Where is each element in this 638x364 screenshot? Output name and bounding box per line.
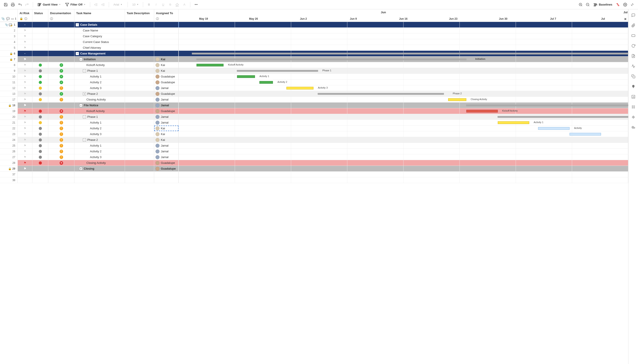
- activity-log-icon[interactable]: [631, 64, 636, 69]
- gantt-bar[interactable]: [197, 58, 466, 60]
- gantt-cell[interactable]: Activity 2: [179, 80, 628, 85]
- assigned-to-cell[interactable]: Kai: [154, 131, 179, 137]
- gantt-bar[interactable]: [259, 81, 273, 84]
- task-name-cell[interactable]: [75, 177, 125, 183]
- task-description-cell[interactable]: [125, 22, 154, 28]
- gantt-cell[interactable]: [179, 172, 628, 177]
- task-name-cell[interactable]: Activity 3: [75, 85, 125, 91]
- documentation-cell[interactable]: [48, 166, 75, 171]
- task-name-cell[interactable]: Activity 3: [75, 131, 125, 137]
- task-name-cell[interactable]: −Phase 1: [75, 68, 125, 74]
- indent-button[interactable]: [100, 2, 106, 8]
- documentation-cell[interactable]: ✓: [48, 62, 75, 68]
- task-description-cell[interactable]: [125, 126, 154, 131]
- grid-row[interactable]: 22⚑!Activity 2KaiActivity: [0, 126, 628, 131]
- documentation-cell[interactable]: !: [48, 85, 75, 91]
- gantt-cell[interactable]: [179, 177, 628, 183]
- toggle-icon[interactable]: −: [83, 138, 86, 142]
- status-cell[interactable]: [32, 97, 48, 102]
- assigned-to-cell[interactable]: [154, 172, 179, 177]
- text-color-button[interactable]: A: [181, 2, 187, 8]
- save-button[interactable]: [3, 2, 9, 8]
- gantt-cell[interactable]: Closing Activity: [179, 97, 628, 102]
- grid-row[interactable]: 11⚑✓Activity 2GuadalupeActivity 2: [0, 80, 628, 85]
- documentation-cell[interactable]: [48, 102, 75, 108]
- timeline-header[interactable]: Jun Jul May 19May 26Jun 2Jun 9Jun 16Jun …: [179, 9, 628, 22]
- task-description-cell[interactable]: [125, 91, 154, 96]
- gantt-cell[interactable]: [179, 143, 628, 148]
- documentation-cell[interactable]: !: [48, 154, 75, 160]
- documentation-cell[interactable]: ✓: [48, 91, 75, 96]
- gantt-cell[interactable]: [179, 102, 628, 108]
- assigned-to-cell[interactable]: [154, 34, 179, 39]
- gantt-cell[interactable]: Activity 3: [179, 85, 628, 91]
- gantt-bar[interactable]: [197, 64, 224, 66]
- toggle-icon[interactable]: −: [76, 23, 79, 26]
- status-cell[interactable]: [32, 74, 48, 79]
- at-risk-cell[interactable]: ⚑: [18, 85, 32, 91]
- assigned-to-cell[interactable]: [154, 45, 179, 50]
- col-status[interactable]: Status: [32, 9, 48, 22]
- assigned-to-cell[interactable]: Kai: [154, 62, 179, 68]
- at-risk-cell[interactable]: ⚑: [18, 68, 32, 74]
- task-name-cell[interactable]: +Phase 2: [75, 91, 125, 96]
- assigned-to-cell[interactable]: Jamal: [154, 148, 179, 154]
- zoom-in-button[interactable]: [577, 2, 584, 8]
- grid-row[interactable]: 27⚑!Activity 3Jamal: [0, 154, 628, 160]
- summary-panel-icon[interactable]: [631, 94, 636, 99]
- grid-row[interactable]: 13⚑✓+Phase 2GuadalupePhase 2: [0, 91, 628, 97]
- documentation-cell[interactable]: [48, 28, 75, 33]
- col-at-risk[interactable]: At Risk🔒ⓘ: [18, 9, 32, 22]
- gantt-cell[interactable]: [179, 137, 628, 142]
- task-name-cell[interactable]: −Phase 1: [75, 114, 125, 120]
- status-cell[interactable]: [32, 56, 48, 62]
- task-description-cell[interactable]: [125, 131, 154, 137]
- gantt-cell[interactable]: Activity: [179, 126, 628, 131]
- task-name-cell[interactable]: −Phase 2: [75, 137, 125, 142]
- status-cell[interactable]: [32, 85, 48, 91]
- status-cell[interactable]: [32, 120, 48, 125]
- assigned-to-cell[interactable]: [154, 28, 179, 33]
- status-cell[interactable]: [32, 126, 48, 131]
- assigned-to-cell[interactable]: Jamal: [154, 102, 179, 108]
- task-name-cell[interactable]: Closing Activity: [75, 160, 125, 166]
- gantt-cell[interactable]: [179, 131, 628, 137]
- brainstorm-icon[interactable]: [631, 84, 636, 89]
- grid4-icon[interactable]: [631, 104, 636, 110]
- update-requests-icon[interactable]: [631, 44, 636, 48]
- at-risk-cell[interactable]: ⚑: [18, 160, 32, 166]
- toggle-icon[interactable]: +: [83, 92, 86, 96]
- col-task-name[interactable]: Task Name: [75, 9, 125, 22]
- at-risk-cell[interactable]: [18, 172, 32, 177]
- at-risk-cell[interactable]: ⚑: [18, 62, 32, 68]
- toggle-icon[interactable]: +: [79, 167, 83, 170]
- documentation-cell[interactable]: [48, 34, 75, 39]
- status-cell[interactable]: [32, 51, 48, 56]
- task-description-cell[interactable]: [125, 102, 154, 108]
- at-risk-cell[interactable]: ⚑: [18, 28, 32, 33]
- status-cell[interactable]: [32, 137, 48, 142]
- task-description-cell[interactable]: [125, 177, 154, 183]
- undo-button[interactable]: [17, 2, 23, 8]
- status-cell[interactable]: [32, 22, 48, 28]
- at-risk-cell[interactable]: ⚑: [18, 120, 32, 125]
- comments-panel-icon[interactable]: [631, 13, 636, 18]
- gantt-cell[interactable]: [179, 34, 628, 39]
- grid-row[interactable]: 5⚑Chief Attorney: [0, 45, 628, 51]
- status-cell[interactable]: [32, 80, 48, 85]
- toggle-icon[interactable]: −: [79, 58, 83, 61]
- documentation-cell[interactable]: ✓: [48, 74, 75, 79]
- status-cell[interactable]: [32, 160, 48, 166]
- grid-row[interactable]: 23⚑!Activity 3Kai: [0, 131, 628, 137]
- grid-row[interactable]: 17⚑!Closing ActivityJamalClosing Activit…: [0, 97, 628, 102]
- task-description-cell[interactable]: [125, 28, 154, 33]
- task-description-cell[interactable]: [125, 34, 154, 39]
- at-risk-cell[interactable]: ⚑: [18, 91, 32, 96]
- bold-button[interactable]: B: [146, 2, 152, 8]
- grid-row[interactable]: 25⚑!Activity 1Jamal: [0, 143, 628, 148]
- assigned-to-cell[interactable]: Kai: [154, 56, 179, 62]
- assigned-to-cell[interactable]: Jamal: [154, 143, 179, 148]
- task-description-cell[interactable]: [125, 120, 154, 125]
- gantt-cell[interactable]: Kickoff Activity: [179, 62, 628, 68]
- grid-row[interactable]: 🔒7⚑−InitiationKaiInitiation: [0, 56, 628, 62]
